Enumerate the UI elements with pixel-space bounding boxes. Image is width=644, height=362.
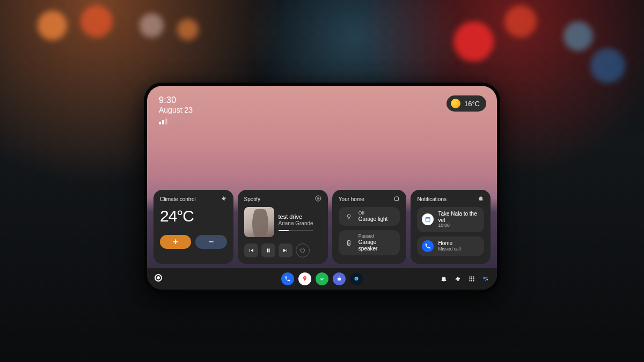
home-tile-garage-light[interactable]: Off Garage light <box>339 207 400 226</box>
notification-item-calendar[interactable]: Take Nala to the vet 10:00 <box>417 207 484 232</box>
app-maps[interactable] <box>298 272 311 285</box>
app-waze[interactable] <box>350 272 363 285</box>
svg-point-17 <box>469 280 470 281</box>
nav-assistant-icon[interactable] <box>482 275 489 283</box>
home-card[interactable]: Your home Off Garage light <box>332 190 407 264</box>
card-row: Climate control 24°C + − Spotify <box>147 190 497 268</box>
fan-icon <box>221 195 227 203</box>
notifications-title: Notifications <box>417 196 446 202</box>
weather-pill[interactable]: 16°C <box>447 95 486 112</box>
calendar-icon <box>422 213 434 225</box>
app-phone[interactable] <box>281 272 294 285</box>
svg-point-15 <box>471 278 472 279</box>
tablet-screen: 9:30 August 23 16°C Climate control 24°C… <box>147 86 497 290</box>
home-tile-garage-speaker[interactable]: Paused Garage speaker <box>339 230 400 255</box>
climate-title: Climate control <box>160 196 196 202</box>
app-radio[interactable] <box>333 272 346 285</box>
svg-rect-7 <box>338 278 341 280</box>
notification-sub: 10:00 <box>438 223 479 228</box>
svg-point-12 <box>471 276 472 277</box>
svg-point-8 <box>355 277 358 280</box>
svg-point-23 <box>485 280 486 281</box>
svg-point-2 <box>348 241 349 242</box>
app-dock <box>281 272 363 285</box>
next-button[interactable] <box>279 243 292 257</box>
previous-button[interactable] <box>244 243 258 257</box>
tile-state: Off <box>358 211 387 216</box>
temp-up-button[interactable]: + <box>160 235 191 249</box>
nav-right <box>425 275 489 283</box>
svg-point-21 <box>486 277 487 278</box>
spotify-title: Spotify <box>244 196 261 202</box>
spotify-card[interactable]: Spotify test drive Ariana Grande <box>238 190 328 264</box>
svg-point-16 <box>473 278 474 279</box>
track-progress[interactable] <box>279 230 313 231</box>
tile-state: Paused <box>358 234 396 239</box>
nav-bell-icon[interactable] <box>440 275 448 283</box>
svg-point-14 <box>469 278 470 279</box>
like-button[interactable] <box>296 243 310 257</box>
speaker-icon <box>343 238 354 248</box>
app-spotify[interactable] <box>316 272 328 285</box>
album-art <box>244 207 274 237</box>
notification-title: Take Nala to the vet <box>438 211 479 223</box>
svg-point-13 <box>473 276 474 277</box>
svg-point-11 <box>469 276 470 277</box>
lightbulb-icon <box>343 211 354 222</box>
notifications-card[interactable]: Notifications Take Nala to the vet 10:00 <box>411 190 491 264</box>
climate-temperature: 24°C <box>160 207 227 225</box>
tile-name: Garage speaker <box>358 239 396 252</box>
assistant-indicator-icon[interactable] <box>155 274 162 282</box>
svg-point-20 <box>483 277 486 279</box>
svg-point-10 <box>357 278 357 279</box>
home-icon <box>393 195 400 203</box>
pause-button[interactable] <box>261 243 275 257</box>
nav-fan-icon[interactable] <box>454 275 462 283</box>
svg-point-19 <box>473 280 474 281</box>
svg-point-22 <box>486 279 488 280</box>
nav-bar <box>147 268 497 290</box>
weather-temp: 16°C <box>464 100 480 108</box>
svg-point-6 <box>304 277 305 278</box>
status-left: 9:30 August 23 <box>159 95 193 127</box>
notification-title: Home <box>438 240 460 247</box>
tile-name: Garage light <box>358 216 387 223</box>
clock: 9:30 <box>159 95 193 105</box>
svg-point-3 <box>348 243 349 245</box>
signal-icon <box>159 119 167 124</box>
home-title: Your home <box>339 196 364 202</box>
date: August 23 <box>159 106 193 114</box>
svg-rect-5 <box>426 218 430 219</box>
track-artist: Ariana Grande <box>279 220 313 226</box>
sun-icon <box>451 99 460 108</box>
nav-apps-icon[interactable] <box>468 275 475 283</box>
temp-down-button[interactable]: − <box>195 235 226 249</box>
svg-point-9 <box>356 278 356 279</box>
nav-left <box>155 274 219 284</box>
phone-icon <box>422 240 434 252</box>
climate-card[interactable]: Climate control 24°C + − <box>153 190 233 264</box>
notification-sub: Missed call <box>438 247 460 252</box>
svg-point-18 <box>471 280 472 281</box>
spotify-icon <box>315 195 321 203</box>
bell-icon <box>478 195 484 203</box>
notification-item-call[interactable]: Home Missed call <box>417 237 484 256</box>
track-title: test drive <box>279 213 313 220</box>
status-bar: 9:30 August 23 16°C <box>147 86 497 127</box>
